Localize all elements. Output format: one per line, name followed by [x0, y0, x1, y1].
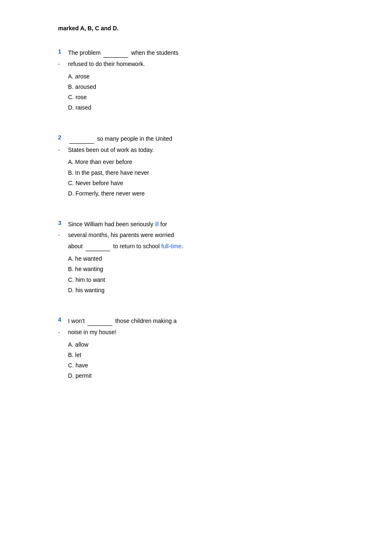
question-2-continuation: States been out of work as today.	[68, 145, 359, 154]
question-4-text: I won't those children making a	[68, 316, 359, 326]
question-1-option-a: A. arose	[68, 71, 359, 82]
question-1-number: 1	[58, 48, 66, 55]
question-2: 2 so many people in the United . States …	[58, 134, 359, 199]
question-3-option-c: C. him to want	[68, 275, 359, 285]
question-2-text: so many people in the United	[68, 134, 359, 144]
question-2-option-c: C. Never before have	[68, 178, 359, 188]
question-3-line3: about to return to school full-time.	[68, 242, 359, 251]
question-1-text: The problem when the students	[68, 48, 359, 58]
question-4-blank	[88, 316, 112, 326]
question-2-option-a: A. More than ever before	[68, 157, 359, 167]
question-2-options: A. More than ever before B. In the past,…	[68, 157, 359, 199]
question-4-dot: .	[58, 328, 66, 334]
question-2-option-b: B. In the past, there have never	[68, 168, 359, 178]
question-3-text: Since William had been seriously ill for	[68, 220, 359, 229]
question-4-continuation: noise in my house!	[68, 328, 359, 337]
question-4-option-d: D. permit	[68, 371, 359, 381]
header-text: marked A, B, C and D.	[58, 25, 359, 32]
question-4-option-b: B. let	[68, 350, 359, 360]
question-3-fulltime: full-time	[161, 243, 182, 249]
question-4-options: A. allow B. let C. have D. permit	[68, 340, 359, 381]
question-1-option-d: D. raised	[68, 103, 359, 113]
question-1-blank	[103, 48, 128, 58]
question-3-dot: .	[58, 230, 66, 237]
question-2-blank	[69, 134, 94, 144]
question-2-option-d: D. Formerly, there never were	[68, 188, 359, 199]
question-4-number: 4	[58, 316, 66, 323]
question-4-option-c: C. have	[68, 360, 359, 371]
question-4-option-a: A. allow	[68, 340, 359, 350]
question-3-option-d: D. his wanting	[68, 285, 359, 296]
question-2-dot: .	[58, 145, 66, 152]
question-1-option-b: B. aroused	[68, 82, 359, 92]
question-1-dot: .	[58, 59, 66, 66]
question-3-ill: ill	[155, 221, 158, 227]
question-3-options: A. he wanted B. he wanting C. him to wan…	[68, 254, 359, 296]
question-3-blank	[85, 242, 110, 251]
question-3: 3 Since William had been seriously ill f…	[58, 220, 359, 296]
question-3-line2: several months, his parents were worried	[68, 230, 359, 240]
question-1-options: A. arose B. aroused C. rose D. raised	[68, 71, 359, 113]
question-2-number: 2	[58, 134, 66, 141]
question-4: 4 I won't those children making a . nois…	[58, 316, 359, 381]
question-3-option-b: B. he wanting	[68, 264, 359, 274]
question-3-number: 3	[58, 220, 66, 226]
question-1-continuation: refused to do their homework.	[68, 59, 359, 68]
question-1-option-c: C. rose	[68, 92, 359, 103]
question-3-option-a: A. he wanted	[68, 254, 359, 264]
question-1: 1 The problem when the students . refuse…	[58, 48, 359, 113]
page: marked A, B, C and D. 1 The problem when…	[0, 0, 392, 555]
